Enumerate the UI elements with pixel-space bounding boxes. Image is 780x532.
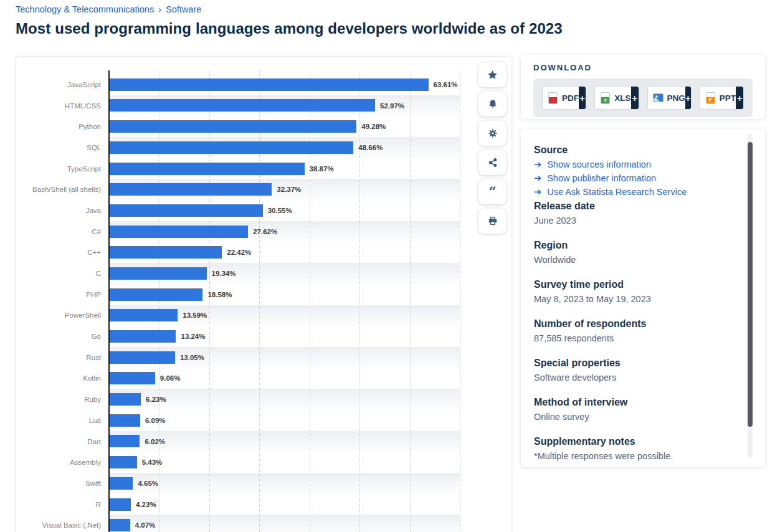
bar-visual-basic-net-[interactable]	[110, 519, 130, 531]
download-plus-button[interactable]: +	[736, 87, 743, 109]
bar-value-label: 6.02%	[145, 438, 165, 445]
bar-value-label: 4.23%	[136, 501, 156, 508]
category-label: JavaScript	[67, 81, 101, 88]
category-label: Kotlin	[83, 374, 101, 382]
category-label: C	[96, 270, 101, 277]
detail-label-special-properties: Special properties	[534, 358, 735, 369]
category-label: Lua	[89, 417, 101, 424]
bar-java[interactable]	[110, 204, 263, 217]
category-label: Assembly	[70, 458, 101, 466]
chart-row: Python49.28%	[109, 116, 460, 137]
bar-html-css[interactable]	[110, 99, 375, 112]
download-pdf-button[interactable]: PDF+	[542, 86, 586, 110]
bar-php[interactable]	[110, 288, 202, 301]
category-label: SQL	[87, 144, 101, 151]
detail-value: 87,585 respondents	[534, 333, 735, 343]
breadcrumb-subcategory-link[interactable]: Software	[166, 4, 201, 14]
source-link-use-ask-statista-research-service[interactable]: ➔Use Ask Statista Research Service	[534, 187, 735, 197]
source-link-show-sources-information[interactable]: ➔Show sources information	[534, 159, 735, 169]
gridline-40-percent	[310, 70, 310, 532]
bar-assembly[interactable]	[110, 456, 137, 468]
gridline-60-percent	[410, 70, 411, 532]
alert-button[interactable]	[478, 92, 507, 116]
category-label: Ruby	[84, 396, 101, 403]
bar-ruby[interactable]	[110, 393, 141, 406]
bar-value-label: 63.61%	[434, 81, 458, 88]
details-card: Source ➔Show sources information➔Show pu…	[521, 129, 765, 467]
chart-row: C#27.62%	[109, 221, 460, 242]
download-xls-button[interactable]: xXLS+	[594, 86, 639, 110]
bar-rust[interactable]	[110, 351, 175, 364]
bar-swift[interactable]	[110, 477, 133, 490]
bar-value-label: 48.66%	[358, 144, 383, 151]
bar-value-label: 4.07%	[135, 521, 156, 529]
source-link-label: Show sources information	[547, 159, 651, 169]
bar-value-label: 22.42%	[227, 249, 251, 256]
download-plus-button[interactable]: +	[631, 87, 639, 109]
source-link-label: Show publisher information	[547, 173, 656, 183]
download-png-button[interactable]: PNG+	[647, 86, 692, 110]
bar-value-label: 27.62%	[253, 228, 277, 235]
chart-row: Lua6.09%	[109, 410, 460, 431]
bar-typescript[interactable]	[110, 163, 305, 175]
bar-sql[interactable]	[110, 141, 353, 154]
bar-c-[interactable]	[110, 226, 248, 238]
download-heading: DOWNLOAD	[533, 63, 753, 72]
category-label: Bash/Shell (all shells)	[32, 186, 101, 193]
bar-value-label: 19.34%	[212, 270, 236, 277]
source-heading: Source	[534, 145, 735, 156]
chart-row: Rust13.05%	[109, 347, 460, 368]
bar-bash-shell-all-shells-[interactable]	[110, 183, 272, 196]
bar-lua[interactable]	[110, 414, 140, 427]
bar-value-label: 4.65%	[138, 480, 158, 487]
category-label: PowerShell	[65, 311, 101, 319]
category-label: PHP	[86, 291, 101, 298]
bell-icon	[488, 99, 498, 109]
source-link-label: Use Ask Statista Research Service	[547, 187, 687, 197]
download-plus-button[interactable]: +	[579, 87, 586, 109]
scrollbar-track[interactable]	[748, 134, 753, 458]
bar-value-label: 13.24%	[181, 333, 205, 340]
bar-value-label: 52.97%	[380, 102, 404, 110]
download-plus-button[interactable]: +	[685, 87, 691, 109]
quote-icon: “	[488, 188, 496, 196]
detail-value: Worldwide	[534, 255, 735, 265]
png-file-icon	[653, 93, 663, 102]
source-link-show-publisher-information[interactable]: ➔Show publisher information	[534, 173, 735, 183]
bar-python[interactable]	[110, 120, 356, 133]
bar-c-[interactable]	[110, 246, 222, 259]
detail-label-region: Region	[534, 240, 735, 251]
scrollbar-thumb[interactable]	[748, 142, 753, 427]
bar-kotlin[interactable]	[110, 372, 155, 384]
download-ppt-button[interactable]: PPPT+	[700, 86, 744, 110]
bar-powershell[interactable]	[110, 309, 178, 321]
favorite-button[interactable]	[478, 62, 507, 87]
cite-button[interactable]: “	[478, 179, 507, 204]
detail-value: Online survey	[534, 412, 735, 422]
category-label: C#	[92, 228, 101, 235]
bar-javascript[interactable]	[110, 78, 429, 91]
bar-value-label: 49.28%	[361, 123, 386, 130]
category-label: C++	[87, 249, 101, 256]
print-button[interactable]	[478, 209, 507, 234]
detail-value: May 8, 2023 to May 19, 2023	[534, 294, 735, 304]
breadcrumb-category-link[interactable]: Technology & Telecommunications	[16, 4, 154, 14]
download-format-label: XLS	[614, 93, 630, 103]
bar-go[interactable]	[110, 330, 176, 343]
share-button[interactable]	[478, 150, 507, 175]
pdf-file-icon	[548, 92, 558, 104]
detail-value: Software developers	[534, 373, 735, 382]
chart-row: SQL48.66%	[109, 137, 460, 158]
chart-row: HTML/CSS52.97%	[109, 95, 460, 116]
bar-dart[interactable]	[110, 435, 140, 447]
settings-button[interactable]	[478, 121, 507, 146]
download-format-label: PNG	[667, 93, 685, 103]
chart-card: JavaScript63.61%HTML/CSS52.97%Python49.2…	[16, 56, 512, 532]
bar-r[interactable]	[110, 498, 131, 511]
bar-c[interactable]	[110, 267, 207, 280]
chart-row: PHP18.58%	[109, 284, 460, 305]
bar-value-label: 38.87%	[310, 165, 334, 173]
chart-plot: JavaScript63.61%HTML/CSS52.97%Python49.2…	[109, 70, 460, 532]
breadcrumb: Technology & Telecommunications›Software	[16, 4, 201, 14]
category-label: Java	[86, 207, 101, 214]
